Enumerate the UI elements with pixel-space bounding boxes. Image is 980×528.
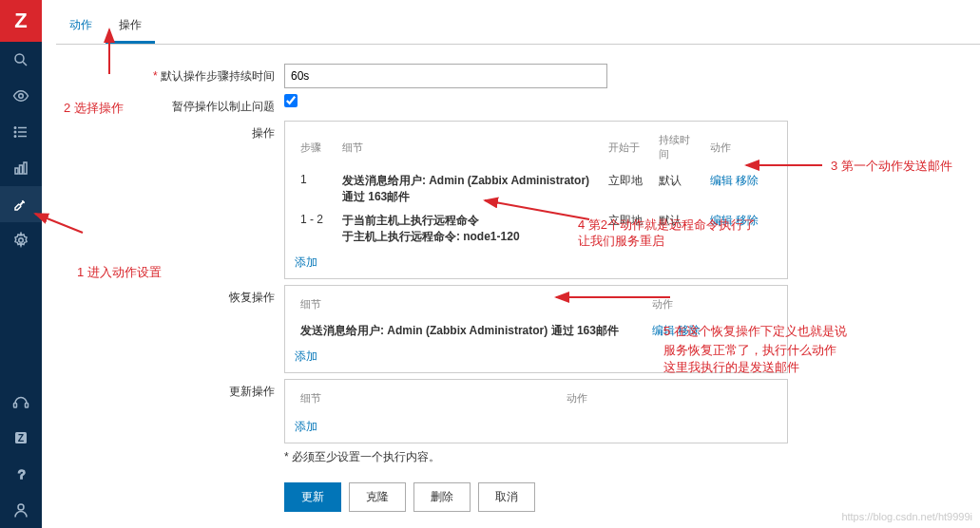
svg-point-2	[19, 94, 24, 99]
eye-icon[interactable]	[0, 78, 42, 114]
tabs: 动作 操作	[56, 9, 980, 45]
label-ops: 操作	[56, 121, 284, 141]
table-row: 1 发送消息给用户: Admin (Zabbix Administrator) …	[295, 169, 778, 209]
svg-rect-10	[20, 165, 23, 174]
delete-button[interactable]: 删除	[413, 482, 471, 512]
add-link[interactable]: 添加	[295, 349, 317, 365]
edit-link[interactable]: 编辑	[710, 174, 733, 187]
th-act: 动作	[561, 387, 778, 413]
watermark: https://blog.csdn.net/ht9999i	[841, 511, 972, 522]
th-act: 动作	[704, 129, 778, 169]
th-detail: 细节	[295, 387, 561, 413]
note-text: 必须至少设置一个执行内容。	[292, 450, 440, 463]
svg-rect-11	[24, 162, 27, 174]
svg-text:?: ?	[18, 467, 26, 481]
add-link[interactable]: 添加	[295, 419, 317, 435]
support-icon[interactable]	[0, 384, 42, 420]
svg-point-7	[14, 131, 16, 133]
svg-rect-13	[14, 404, 17, 408]
tab-operation[interactable]: 操作	[106, 9, 155, 44]
search-icon[interactable]	[0, 42, 42, 78]
tab-action[interactable]: 动作	[56, 9, 106, 44]
duration-input[interactable]	[284, 64, 607, 88]
svg-point-18	[18, 504, 24, 510]
svg-point-12	[19, 238, 24, 243]
svg-text:Z: Z	[18, 432, 25, 443]
z-icon[interactable]: Z	[0, 420, 42, 456]
wrench-icon[interactable]	[0, 186, 42, 222]
operations-box: 步骤 细节 开始于 持续时间 动作 1 发送消息给用户: Admin (Zabb…	[284, 121, 788, 279]
clone-button[interactable]: 克隆	[349, 482, 406, 512]
table-row: 发送消息给用户: Admin (Zabbix Administrator) 通过…	[295, 319, 778, 343]
cancel-button[interactable]: 取消	[478, 482, 535, 512]
svg-line-1	[23, 62, 27, 66]
remove-link[interactable]: 移除	[736, 174, 759, 187]
th-dur: 持续时间	[653, 129, 703, 169]
remove-link[interactable]: 移除	[736, 214, 759, 227]
th-step: 步骤	[295, 129, 336, 169]
sidebar: Z Z ?	[0, 0, 42, 528]
edit-link[interactable]: 编辑	[652, 324, 675, 337]
label-duration: * 默认操作步骤持续时间	[56, 64, 284, 85]
user-icon[interactable]	[0, 492, 42, 528]
svg-point-0	[15, 54, 24, 63]
edit-link[interactable]: 编辑	[710, 214, 733, 227]
th-detail: 细节	[336, 129, 603, 169]
main-content: 动作 操作 * 默认操作步骤持续时间 暂停操作以制止问题 操作 步骤 细节 开始…	[42, 0, 980, 528]
label-pause: 暂停操作以制止问题	[56, 94, 284, 115]
gear-icon[interactable]	[0, 222, 42, 258]
remove-link[interactable]: 移除	[678, 324, 701, 337]
update-button[interactable]: 更新	[284, 482, 341, 512]
recovery-box: 细节 动作 发送消息给用户: Admin (Zabbix Administrat…	[284, 285, 788, 373]
help-icon[interactable]: ?	[0, 456, 42, 492]
th-start: 开始于	[603, 129, 653, 169]
svg-rect-9	[15, 168, 18, 174]
label-update: 更新操作	[56, 379, 284, 400]
list-icon[interactable]	[0, 114, 42, 150]
svg-point-8	[14, 136, 16, 138]
th-detail: 细节	[295, 293, 646, 319]
chart-icon[interactable]	[0, 150, 42, 186]
label-recovery: 恢复操作	[56, 285, 284, 306]
svg-point-6	[14, 127, 16, 129]
add-link[interactable]: 添加	[295, 255, 317, 271]
th-act: 动作	[646, 293, 778, 319]
table-row: 1 - 2 于当前主机上执行远程命令于主机上执行远程命令: node1-120 …	[295, 209, 778, 249]
update-box: 细节 动作 添加	[284, 379, 788, 443]
pause-checkbox[interactable]	[284, 94, 298, 107]
zabbix-logo[interactable]: Z	[0, 0, 42, 42]
svg-rect-14	[26, 404, 29, 408]
